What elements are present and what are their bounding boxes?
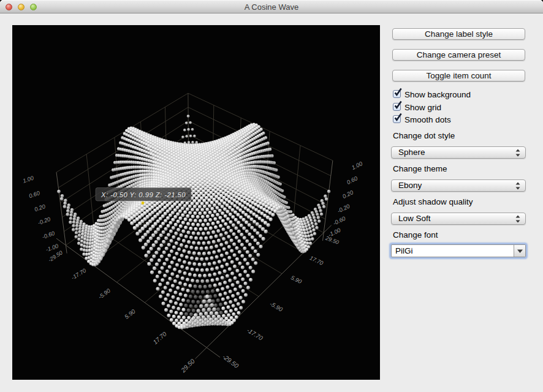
svg-text:-17.70: -17.70 [246, 326, 264, 342]
svg-text:5.90: 5.90 [290, 274, 303, 285]
svg-text:0.20: 0.20 [341, 189, 354, 200]
svg-text:1.00: 1.00 [22, 175, 35, 184]
svg-text:0.60: 0.60 [28, 190, 41, 200]
svg-text:-0.60: -0.60 [41, 230, 56, 240]
svg-text:-0.20: -0.20 [37, 216, 51, 226]
svg-text:-5.90: -5.90 [97, 287, 112, 300]
svg-text:-5.90: -5.90 [268, 300, 284, 313]
svg-text:X: -0.50 Y: 0.99 Z: -21.50: X: -0.50 Y: 0.99 Z: -21.50 [101, 191, 186, 198]
svg-text:1.00: 1.00 [351, 160, 363, 171]
svg-text:5.90: 5.90 [123, 307, 137, 320]
svg-text:-17.70: -17.70 [70, 267, 88, 281]
svg-text:0.60: 0.60 [346, 175, 359, 186]
svg-text:0.20: 0.20 [34, 203, 47, 213]
svg-text:-0.20: -0.20 [336, 203, 351, 214]
svg-text:-1.00: -1.00 [327, 227, 342, 238]
svg-text:17.70: 17.70 [309, 255, 325, 266]
svg-text:29.50: 29.50 [180, 358, 196, 374]
svg-text:17.70: 17.70 [152, 330, 168, 345]
svg-text:-0.60: -0.60 [332, 215, 347, 227]
svg-text:-29.50: -29.50 [221, 353, 240, 370]
